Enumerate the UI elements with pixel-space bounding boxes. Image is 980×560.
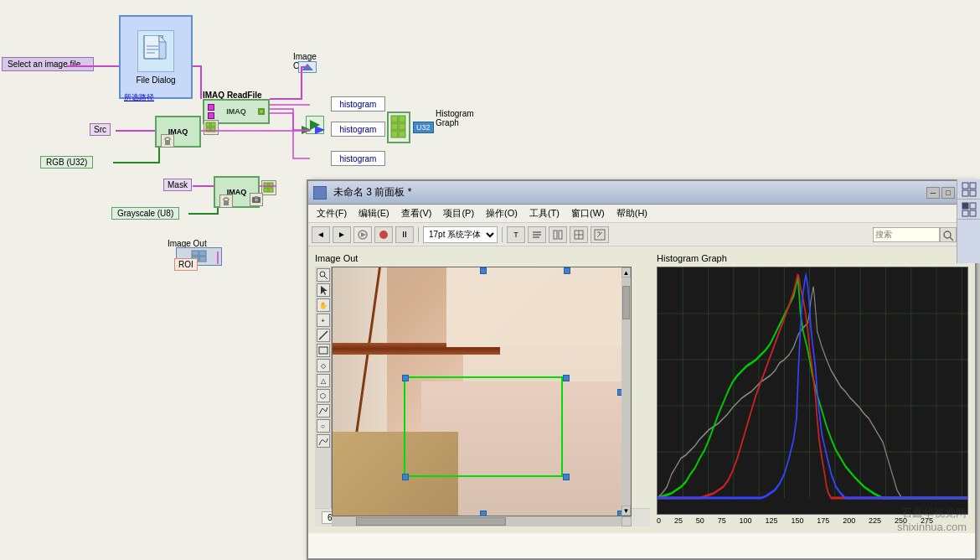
rgb-label: RGB (U32) (40, 156, 93, 169)
x-label-100: 100 (740, 516, 752, 525)
diamond-tool[interactable]: ◇ (317, 359, 330, 372)
hand-tool[interactable]: ✋ (317, 298, 330, 312)
svg-marker-32 (315, 126, 325, 134)
triangle-up-tool[interactable]: △ (317, 374, 330, 387)
title-bar-left: 未命名 3 前面板 * (313, 185, 411, 200)
rgb-histogram-arrow (300, 124, 327, 136)
svg-rect-13 (206, 122, 210, 127)
roi-rectangle[interactable] (404, 376, 563, 477)
file-dialog-node: File Dialog (119, 15, 193, 99)
pause-button[interactable]: ⏸ (395, 226, 414, 243)
toolbar-forward-button[interactable]: ► (333, 226, 351, 243)
svg-point-35 (379, 231, 388, 239)
svg-marker-34 (361, 232, 366, 237)
svg-line-46 (950, 237, 953, 241)
image-out-indicator (298, 61, 317, 73)
histogram-svg (658, 267, 967, 514)
svg-rect-11 (391, 131, 398, 137)
menu-help[interactable]: 帮助(H) (611, 205, 652, 221)
line-tool[interactable] (317, 329, 330, 342)
image-vscrollbar[interactable]: ▲ ▼ (622, 267, 631, 516)
zoom-button[interactable] (591, 226, 609, 243)
wall-upper-right (446, 267, 631, 347)
front-panel-window: 未命名 3 前面板 * ─ □ × 文件(F) 编辑(E) 查看(V) 项目(P… (307, 179, 977, 560)
search-button[interactable] (940, 227, 957, 242)
ellipse-tool[interactable]: ○ (317, 419, 330, 433)
crosshair-tool[interactable]: + (317, 314, 330, 327)
svg-marker-31 (302, 126, 312, 134)
u32-indicator: U32 (413, 122, 434, 133)
stop-button[interactable] (374, 226, 393, 243)
image-hscrollbar[interactable] (332, 516, 632, 526)
grayscale-label: Grayscale (U8) (111, 207, 179, 220)
file-path-label: 所选路径 (124, 92, 154, 103)
svg-rect-16 (211, 127, 215, 132)
menu-operate[interactable]: 操作(O) (481, 205, 523, 221)
resize-button[interactable] (570, 226, 588, 243)
histogram-node-2: histogram (331, 122, 385, 137)
image-handle-top-right[interactable] (564, 267, 570, 274)
icon-grid-1[interactable] (957, 179, 980, 200)
roi-handle-tl[interactable] (402, 375, 409, 381)
roi-handle-br[interactable] (563, 474, 570, 480)
image-handle-top-mid[interactable] (480, 267, 487, 274)
svg-rect-69 (962, 183, 968, 189)
window-title: 未命名 3 前面板 * (333, 185, 411, 200)
svg-rect-74 (970, 203, 976, 209)
select-image-button[interactable]: Select an image file... (2, 57, 94, 71)
polyline-tool[interactable] (317, 404, 330, 417)
file-dialog-label: File Dialog (136, 75, 175, 85)
svg-rect-27 (199, 251, 206, 256)
image-handle-bottom-mid[interactable] (480, 511, 487, 516)
x-label-75: 75 (718, 516, 726, 525)
toolbar-back-button[interactable]: ◄ (312, 226, 330, 243)
svg-rect-15 (206, 127, 210, 132)
menu-bar: 文件(F) 编辑(E) 查看(V) 项目(P) 操作(O) 工具(T) 窗口(W… (308, 205, 975, 223)
menu-window[interactable]: 窗口(W) (566, 205, 610, 221)
menu-project[interactable]: 项目(P) (438, 205, 479, 221)
svg-rect-26 (192, 251, 199, 256)
minimize-button[interactable]: ─ (926, 187, 940, 199)
run-button[interactable] (353, 226, 372, 243)
menu-view[interactable]: 查看(V) (396, 205, 437, 221)
x-label-225: 225 (869, 516, 881, 525)
lock-icon (161, 134, 174, 148)
font-select[interactable]: 17pt 系统字体 (423, 226, 498, 243)
roi-label: ROI (174, 258, 198, 271)
main-image-area: ▲ ▼ (332, 267, 632, 516)
roi-handle-tr[interactable] (563, 375, 570, 381)
svg-rect-21 (269, 188, 273, 192)
image-panel-label: Image Out (315, 253, 650, 263)
freehand-tool[interactable] (317, 434, 330, 448)
svg-point-24 (255, 199, 258, 202)
svg-rect-71 (962, 190, 968, 196)
camera-icon (250, 193, 263, 206)
search-input[interactable] (873, 227, 940, 242)
align-button[interactable] (528, 226, 546, 243)
menu-edit[interactable]: 编辑(E) (353, 205, 395, 221)
svg-line-48 (324, 276, 328, 279)
distribute-button[interactable] (549, 226, 567, 243)
roi-handle-bl[interactable] (402, 474, 409, 480)
svg-marker-49 (321, 286, 328, 295)
src-label: Src (90, 123, 111, 136)
lock-icon-2 (219, 194, 233, 208)
x-label-125: 125 (765, 516, 777, 525)
magnifier-tool[interactable] (317, 268, 330, 282)
rectangle-tool[interactable] (317, 344, 330, 357)
menu-file[interactable]: 文件(F) (312, 205, 352, 221)
array-node (387, 111, 410, 143)
x-label-0: 0 (657, 516, 661, 525)
polygon-tool[interactable]: ⬡ (317, 389, 330, 402)
maximize-button[interactable]: □ (941, 187, 955, 199)
menu-tools[interactable]: 工具(T) (524, 205, 565, 221)
svg-rect-52 (658, 267, 967, 514)
svg-rect-20 (264, 188, 268, 192)
svg-marker-30 (302, 64, 313, 70)
text-format-button[interactable]: T (507, 226, 525, 243)
arrow-tool[interactable] (317, 283, 330, 297)
icon-grid-2[interactable] (957, 200, 980, 220)
mask-label: Mask (163, 179, 192, 191)
image-display-container: ✋ + ◇ △ ⬡ (315, 267, 642, 508)
svg-rect-10 (399, 123, 405, 130)
